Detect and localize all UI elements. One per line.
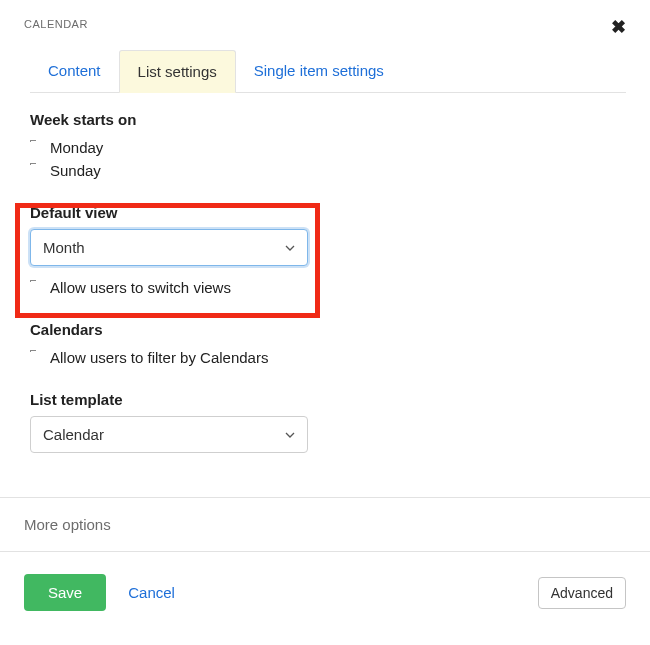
tab-content[interactable]: Content bbox=[30, 50, 119, 92]
label-calendars: Calendars bbox=[30, 321, 620, 338]
radio-monday[interactable] bbox=[30, 142, 42, 154]
group-week-starts: Week starts on Monday Sunday bbox=[30, 111, 620, 182]
radio-sunday[interactable] bbox=[30, 165, 42, 177]
radio-sunday-label: Sunday bbox=[50, 162, 101, 179]
label-default-view: Default view bbox=[30, 204, 620, 221]
more-options-row[interactable]: More options bbox=[0, 497, 650, 552]
tabs: Content List settings Single item settin… bbox=[30, 50, 626, 93]
save-button[interactable]: Save bbox=[24, 574, 106, 611]
radio-monday-label: Monday bbox=[50, 139, 103, 156]
label-list-template: List template bbox=[30, 391, 620, 408]
select-default-view[interactable]: Month bbox=[30, 229, 308, 266]
cancel-button[interactable]: Cancel bbox=[124, 574, 179, 611]
group-list-template: List template Calendar bbox=[30, 391, 620, 453]
group-default-view: Default view Month Allow users to switch… bbox=[30, 204, 620, 299]
footer: Save Cancel Advanced bbox=[0, 552, 650, 633]
checkbox-allow-switch-views[interactable] bbox=[30, 282, 42, 294]
close-icon[interactable]: ✖ bbox=[611, 18, 626, 36]
select-list-template[interactable]: Calendar bbox=[30, 416, 308, 453]
group-calendars: Calendars Allow users to filter by Calen… bbox=[30, 321, 620, 369]
label-week-starts: Week starts on bbox=[30, 111, 620, 128]
checkbox-allow-filter-calendars-label: Allow users to filter by Calendars bbox=[50, 349, 268, 366]
checkbox-allow-filter-calendars[interactable] bbox=[30, 352, 42, 364]
checkbox-allow-switch-views-label: Allow users to switch views bbox=[50, 279, 231, 296]
tab-single-item-settings[interactable]: Single item settings bbox=[236, 50, 402, 92]
advanced-button[interactable]: Advanced bbox=[538, 577, 626, 609]
tab-list-settings[interactable]: List settings bbox=[119, 50, 236, 93]
panel-title: CALENDAR bbox=[24, 18, 88, 30]
